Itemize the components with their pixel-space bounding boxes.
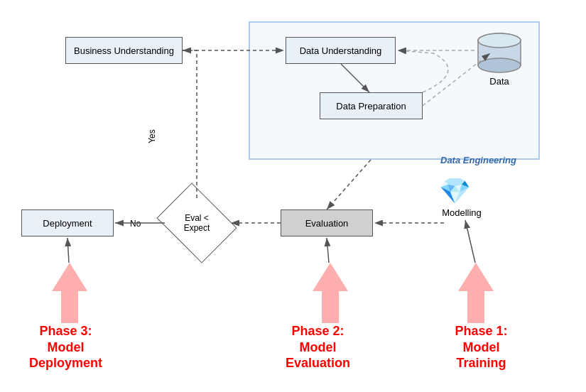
svg-marker-4	[458, 263, 494, 323]
yes-label: Yes	[147, 129, 157, 143]
evaluation-label: Evaluation	[305, 218, 349, 229]
modelling-icon: 💎	[439, 176, 471, 206]
phase1-arrow	[455, 263, 497, 323]
diagram: Data Engineering Business Understanding …	[0, 0, 586, 392]
data-understanding-box: Data Understanding	[286, 37, 396, 64]
business-understanding-box: Business Understanding	[65, 37, 183, 64]
svg-marker-6	[52, 263, 87, 323]
eval-diamond: Eval <Expect	[165, 198, 229, 248]
svg-point-2	[478, 58, 521, 72]
database-icon: Data	[474, 32, 524, 87]
eval-diamond-label: Eval <Expect	[165, 198, 229, 248]
svg-line-13	[327, 160, 371, 209]
svg-line-17	[465, 220, 475, 263]
deployment-label: Deployment	[43, 218, 92, 229]
deployment-box: Deployment	[21, 209, 114, 236]
phase2-label: Phase 2:ModelEvaluation	[263, 323, 373, 371]
business-understanding-label: Business Understanding	[74, 45, 174, 56]
svg-line-19	[67, 238, 69, 263]
database-label: Data	[489, 76, 509, 87]
phase2-arrow	[309, 263, 352, 323]
data-understanding-label: Data Understanding	[300, 45, 382, 56]
phase1-label: Phase 1:ModelTraining	[426, 323, 536, 371]
svg-point-3	[478, 33, 521, 48]
svg-line-18	[327, 238, 329, 263]
data-preparation-box: Data Preparation	[320, 92, 423, 119]
data-preparation-label: Data Preparation	[336, 101, 406, 111]
modelling-label: Modelling	[437, 207, 487, 218]
phase3-label: Phase 3:ModelDeployment	[7, 323, 124, 371]
data-engineering-label: Data Engineering	[440, 155, 516, 165]
phase3-arrow	[48, 263, 91, 323]
no-label: No	[130, 219, 141, 229]
svg-marker-5	[313, 263, 348, 323]
evaluation-box: Evaluation	[281, 209, 373, 236]
